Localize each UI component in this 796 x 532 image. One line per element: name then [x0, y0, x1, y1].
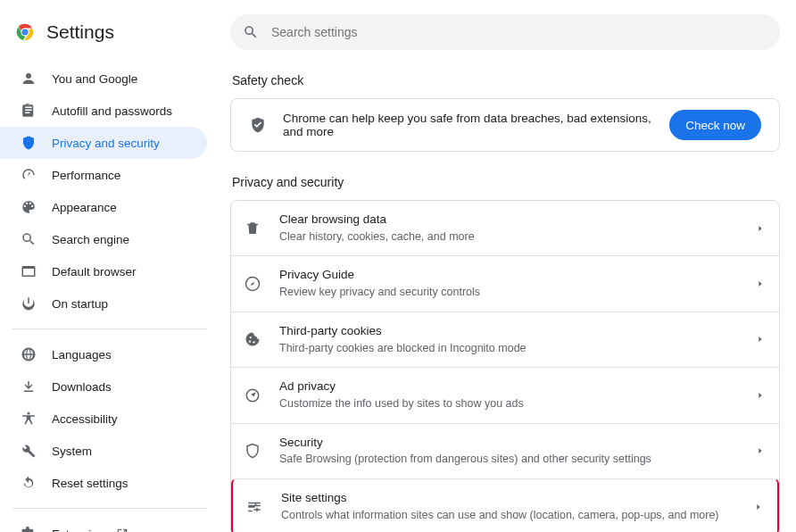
sidebar-item-privacy[interactable]: Privacy and security [0, 127, 207, 159]
safety-check-card: Chrome can help keep you safe from data … [230, 98, 780, 152]
row-site-settings[interactable]: Site settings Controls what information … [231, 478, 779, 532]
privacy-section-title: Privacy and security [232, 175, 778, 189]
sidebar-item-languages[interactable]: Languages [0, 338, 207, 370]
sidebar-divider [12, 328, 207, 329]
check-now-button[interactable]: Check now [669, 110, 761, 140]
row-subtitle: Safe Browsing (protection from dangerous… [279, 452, 749, 468]
cookie-icon [244, 330, 261, 348]
row-title: Clear browsing data [279, 212, 749, 229]
sidebar-item-label: Downloads [52, 380, 112, 394]
search-icon [20, 230, 37, 248]
open-in-new-icon [116, 528, 129, 532]
row-title: Privacy Guide [279, 267, 749, 284]
palette-icon [20, 198, 37, 216]
sidebar-nav: You and Google Autofill and passwords Pr… [0, 59, 214, 532]
page-title: Settings [46, 21, 114, 43]
sidebar-item-downloads[interactable]: Downloads [0, 370, 207, 403]
row-title: Third-party cookies [279, 323, 749, 340]
row-subtitle: Third-party cookies are blocked in Incog… [279, 341, 749, 357]
reset-icon [20, 474, 37, 492]
sidebar-item-label: Performance [52, 169, 120, 182]
sidebar-item-label: Appearance [52, 201, 117, 214]
sidebar-item-label: Search engine [52, 233, 129, 246]
globe-icon [20, 345, 37, 363]
search-icon [243, 24, 269, 40]
row-subtitle: Controls what information sites can use … [281, 508, 747, 524]
safety-check-title: Safety check [232, 73, 778, 87]
row-security[interactable]: Security Safe Browsing (protection from … [231, 423, 779, 478]
svg-point-2 [21, 29, 28, 35]
chevron-right-icon [756, 446, 765, 455]
privacy-card: Clear browsing data Clear history, cooki… [230, 200, 780, 532]
extension-icon [20, 525, 37, 532]
row-title: Ad privacy [279, 378, 749, 395]
chevron-right-icon [756, 335, 765, 344]
sidebar-item-label: Privacy and security [52, 137, 160, 150]
sidebar-item-performance[interactable]: Performance [0, 159, 207, 191]
wrench-icon [20, 442, 37, 460]
ads-icon [244, 387, 261, 404]
sidebar-item-label: On startup [52, 297, 108, 311]
sidebar-item-label: Reset settings [52, 477, 129, 490]
main-content: Safety check Chrome can help keep you sa… [214, 0, 796, 532]
tune-icon [245, 498, 263, 516]
row-privacy-guide[interactable]: Privacy Guide Review key privacy and sec… [231, 255, 779, 311]
sidebar: Settings You and Google Autofill and pas… [0, 0, 214, 532]
search-bar[interactable] [230, 14, 780, 50]
search-input[interactable] [269, 24, 767, 40]
sidebar-item-system[interactable]: System [0, 435, 207, 467]
trash-icon [244, 220, 261, 237]
chevron-right-icon [756, 279, 765, 288]
sidebar-item-reset[interactable]: Reset settings [0, 467, 207, 499]
sidebar-item-autofill[interactable]: Autofill and passwords [0, 95, 207, 127]
brand: Settings [0, 14, 214, 59]
sidebar-item-label: System [52, 445, 92, 458]
sidebar-item-label: You and Google [52, 72, 137, 86]
sidebar-item-appearance[interactable]: Appearance [0, 191, 207, 223]
row-subtitle: Review key privacy and security controls [279, 285, 749, 301]
chrome-logo-icon [16, 23, 34, 41]
row-third-party-cookies[interactable]: Third-party cookies Third-party cookies … [231, 312, 779, 367]
download-icon [20, 378, 37, 395]
sidebar-item-default-browser[interactable]: Default browser [0, 255, 207, 287]
sidebar-item-label: Default browser [52, 265, 137, 278]
assignment-icon [20, 102, 37, 120]
person-icon [20, 70, 37, 87]
sidebar-divider [12, 508, 207, 509]
row-ad-privacy[interactable]: Ad privacy Customize the info used by si… [231, 367, 779, 422]
sidebar-item-label: Languages [52, 348, 112, 362]
security-shield-icon [244, 442, 261, 460]
browser-icon [20, 262, 37, 280]
power-icon [20, 295, 37, 312]
sidebar-item-label: Autofill and passwords [52, 104, 172, 118]
sidebar-item-label: Extensions [52, 528, 111, 533]
row-subtitle: Customize the info used by sites to show… [279, 396, 749, 412]
sidebar-item-extensions[interactable]: Extensions [0, 518, 207, 532]
sidebar-item-you-and-google[interactable]: You and Google [0, 62, 207, 95]
shield-check-icon [249, 116, 267, 134]
sidebar-item-on-startup[interactable]: On startup [0, 287, 207, 320]
compass-icon [244, 275, 261, 293]
speedometer-icon [20, 166, 37, 184]
row-subtitle: Clear history, cookies, cache, and more [279, 229, 749, 245]
accessibility-icon [20, 410, 37, 428]
sidebar-item-label: Accessibility [52, 412, 118, 426]
sidebar-item-search-engine[interactable]: Search engine [0, 223, 207, 255]
chevron-right-icon [756, 224, 765, 233]
chevron-right-icon [754, 503, 763, 511]
row-title: Security [279, 435, 749, 452]
row-title: Site settings [281, 490, 747, 507]
safety-check-text: Chrome can help keep you safe from data … [283, 112, 669, 138]
chevron-right-icon [756, 391, 765, 400]
sidebar-item-accessibility[interactable]: Accessibility [0, 403, 207, 435]
shield-icon [20, 134, 37, 152]
row-clear-browsing-data[interactable]: Clear browsing data Clear history, cooki… [231, 201, 779, 255]
